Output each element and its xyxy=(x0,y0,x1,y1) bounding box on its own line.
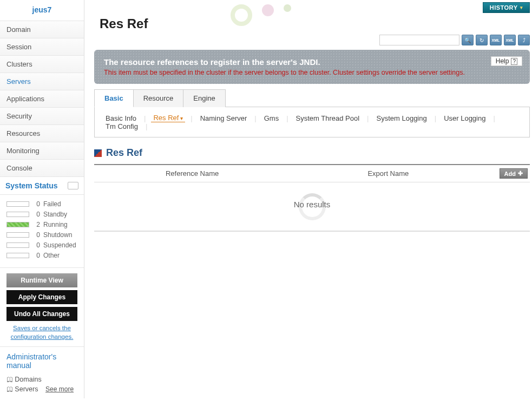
nav-resources[interactable]: Resources xyxy=(0,125,84,142)
nav-monitoring[interactable]: Monitoring xyxy=(0,142,84,160)
search-icon[interactable]: 🔍 xyxy=(462,35,474,45)
action-block: Runtime View Apply Changes Undo All Chan… xyxy=(0,267,84,347)
add-label: Add xyxy=(504,171,516,177)
manual-domains[interactable]: Domains xyxy=(6,374,77,385)
nav-domain[interactable]: Domain xyxy=(0,21,84,38)
runtime-view-button[interactable]: Runtime View xyxy=(6,273,77,287)
subtab-gms[interactable]: Gms xyxy=(262,114,281,122)
topbar: HISTORY ▾ xyxy=(94,0,532,13)
system-status-header: System Status xyxy=(0,177,84,195)
section-header: Res Ref xyxy=(94,147,530,161)
nav-applications[interactable]: Applications xyxy=(0,90,84,108)
upload-icon[interactable]: ⤴ xyxy=(518,35,530,45)
save-hint-link[interactable]: Saves or cancels the configuration chang… xyxy=(6,324,77,341)
tab-engine[interactable]: Engine xyxy=(183,89,225,107)
page-title: Res Ref xyxy=(94,13,532,32)
see-more-link[interactable]: See more xyxy=(45,385,74,393)
xml-import-icon[interactable]: XML xyxy=(504,35,516,45)
manual-block: Administrator's manual Domains Servers S… xyxy=(0,347,84,398)
refresh-icon[interactable]: ↻ xyxy=(476,35,488,45)
nav-console[interactable]: Console xyxy=(0,160,84,177)
subtab-system-logging[interactable]: System Logging xyxy=(375,114,429,122)
table-header: Reference Name Export Name Add ✚ xyxy=(94,165,530,182)
subtab-naming-server[interactable]: Naming Server xyxy=(198,114,249,122)
main: HISTORY ▾ Res Ref 🔍 ↻ XML XML ⤴ The reso… xyxy=(84,0,532,398)
banner-warning: This item must be specified in the clust… xyxy=(104,69,520,76)
banner-title: The resource references to register in t… xyxy=(104,57,520,67)
subtabs: Basic Info| Res Ref| Naming Server| Gms|… xyxy=(94,107,530,137)
history-label: HISTORY xyxy=(490,4,518,11)
nav-servers[interactable]: Servers xyxy=(0,73,84,90)
section-title: Res Ref xyxy=(106,147,142,159)
subtab-basic-info[interactable]: Basic Info xyxy=(103,114,139,122)
status-standby: 0Standby xyxy=(6,211,77,218)
section-icon xyxy=(94,149,102,157)
plus-icon: ✚ xyxy=(518,170,523,177)
nav-session[interactable]: Session xyxy=(0,38,84,56)
manual-title: Administrator's manual xyxy=(6,352,77,370)
tab-basic[interactable]: Basic xyxy=(94,89,134,107)
help-icon: ? xyxy=(511,58,517,65)
status-shutdown: 0Shutdown xyxy=(6,231,77,239)
status-running: 2Running xyxy=(6,221,77,228)
col-reference-name: Reference Name xyxy=(94,169,290,178)
subtab-user-logging[interactable]: User Logging xyxy=(442,114,488,122)
system-status-title: System Status xyxy=(5,181,57,190)
help-button[interactable]: Help ? xyxy=(491,56,522,66)
help-label: Help xyxy=(496,57,509,65)
chevron-down-icon: ▾ xyxy=(520,5,523,10)
apply-changes-button[interactable]: Apply Changes xyxy=(6,290,77,304)
nav-security[interactable]: Security xyxy=(0,108,84,125)
status-failed: 0Failed xyxy=(6,200,77,208)
search-input[interactable] xyxy=(379,35,459,45)
status-suspended: 0Suspended xyxy=(6,241,77,249)
sidebar: jeus7 Domain Session Clusters Servers Ap… xyxy=(0,0,84,398)
history-button[interactable]: HISTORY ▾ xyxy=(483,2,530,13)
subtab-tm-config[interactable]: Tm Config xyxy=(103,122,140,130)
search-row: 🔍 ↻ XML XML ⤴ xyxy=(94,32,532,50)
brand[interactable]: jeus7 xyxy=(0,0,84,21)
resref-table: Reference Name Export Name Add ✚ No resu… xyxy=(94,164,530,232)
col-export-name: Export Name xyxy=(290,169,486,178)
subtab-system-thread-pool[interactable]: System Thread Pool xyxy=(294,114,362,122)
xml-export-icon[interactable]: XML xyxy=(490,35,502,45)
info-banner: The resource references to register in t… xyxy=(94,50,530,84)
subtab-res-ref[interactable]: Res Ref xyxy=(151,114,185,122)
monitor-icon xyxy=(68,182,78,189)
system-status: 0Failed 0Standby 2Running 0Shutdown 0Sus… xyxy=(0,195,84,267)
tabs: Basic Resource Engine xyxy=(94,89,530,107)
no-results: No results xyxy=(94,182,530,231)
nav-clusters[interactable]: Clusters xyxy=(0,56,84,73)
no-results-text: No results xyxy=(294,200,331,209)
undo-changes-button[interactable]: Undo All Changes xyxy=(6,307,77,321)
status-other: 0Other xyxy=(6,252,77,259)
add-button[interactable]: Add ✚ xyxy=(500,168,528,179)
tab-resource[interactable]: Resource xyxy=(133,89,184,107)
manual-servers[interactable]: Servers xyxy=(6,384,38,395)
